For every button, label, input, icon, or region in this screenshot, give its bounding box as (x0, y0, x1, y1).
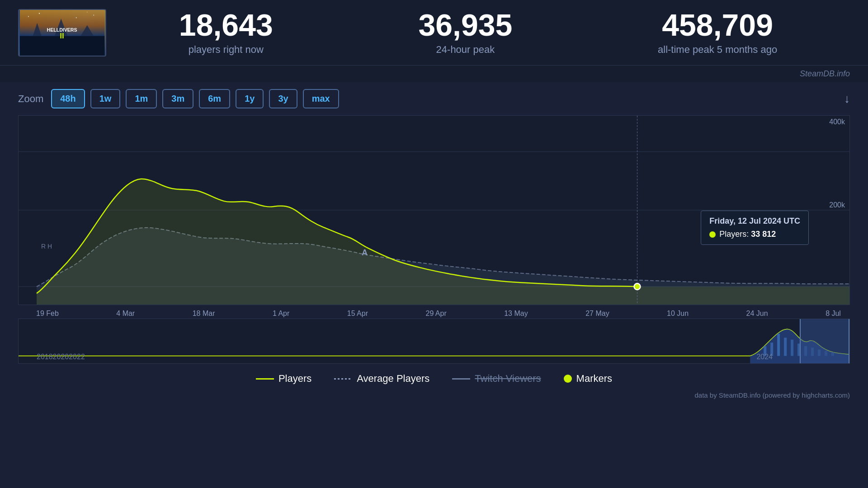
zoom-max[interactable]: max (303, 89, 339, 108)
all-time-peak-count: 458,709 (658, 9, 777, 40)
zoom-3y[interactable]: 3y (269, 89, 297, 108)
all-time-peak-label: all-time peak 5 months ago (658, 44, 777, 56)
y-label-400k: 400k (829, 118, 845, 126)
legend-markers: Markers (564, 373, 612, 385)
legend-players-label: Players (278, 373, 311, 385)
tooltip-date: Friday, 12 Jul 2024 UTC (709, 216, 800, 226)
peak-24h-block: 36,935 24-hour peak (418, 9, 512, 56)
legend-avg-players-label: Average Players (357, 373, 429, 385)
zoom-3m[interactable]: 3m (162, 89, 193, 108)
data-credit: data by SteamDB.info (powered by highcha… (0, 389, 868, 401)
svg-point-12 (76, 17, 77, 18)
tooltip-value: Players: 33 812 (709, 230, 800, 239)
legend-avg-players-icon (334, 378, 352, 380)
peak-24h-label: 24-hour peak (418, 44, 512, 56)
mini-x-label-2024: 2024 (756, 353, 773, 361)
svg-point-17 (634, 283, 641, 290)
svg-text:R H: R H (41, 243, 52, 250)
svg-point-9 (39, 13, 40, 14)
zoom-1m[interactable]: 1m (126, 89, 157, 108)
steamdb-attribution: SteamDB.info (0, 66, 868, 82)
tooltip-label: Players: 33 812 (719, 230, 776, 239)
x-axis: 19 Feb 4 Mar 18 Mar 1 Apr 15 Apr 29 Apr … (18, 305, 850, 318)
mini-x-label-2018: 2018 (37, 353, 53, 361)
header: HELLDIVERS II 18,643 players right now 3… (0, 0, 868, 66)
current-players-count: 18,643 (179, 9, 273, 40)
download-button[interactable]: ↓ (844, 92, 850, 106)
zoom-1y[interactable]: 1y (236, 89, 264, 108)
legend-twitch-icon (452, 378, 470, 380)
mini-chart[interactable]: 2018 2020 2022 2024 (18, 319, 850, 364)
legend-twitch: Twitch Viewers (452, 373, 541, 385)
legend-players: Players (256, 373, 311, 385)
chart-tooltip: Friday, 12 Jul 2024 UTC Players: 33 812 (701, 211, 809, 245)
svg-point-11 (87, 12, 88, 13)
x-label: 27 May (585, 310, 609, 318)
chart-section: Zoom 48h 1w 1m 3m 6m 1y 3y max ↓ 400k 20… (0, 82, 868, 364)
legend-markers-label: Markers (576, 373, 612, 385)
x-label: 19 Feb (36, 310, 59, 318)
zoom-1w[interactable]: 1w (90, 89, 121, 108)
svg-point-10 (93, 14, 94, 15)
main-chart: 400k 200k R H A (18, 115, 850, 305)
peak-24h-count: 36,935 (418, 9, 512, 40)
legend-markers-icon (564, 375, 572, 383)
chart-legend: Players Average Players Twitch Viewers M… (0, 364, 868, 389)
x-label: 15 Apr (347, 310, 368, 318)
current-players-block: 18,643 players right now (179, 9, 273, 56)
zoom-6m[interactable]: 6m (199, 89, 230, 108)
all-time-peak-block: 458,709 all-time peak 5 months ago (658, 9, 777, 56)
mini-x-label-2022: 2022 (69, 353, 85, 361)
svg-text:A: A (362, 248, 368, 257)
x-label: 24 Jun (746, 310, 768, 318)
x-label: 8 Jul (826, 310, 841, 318)
mini-x-label-2020: 2020 (53, 353, 69, 361)
x-label: 29 Apr (425, 310, 446, 318)
x-label: 18 Mar (193, 310, 215, 318)
stats-container: 18,643 players right now 36,935 24-hour … (106, 9, 850, 56)
x-label: 4 Mar (116, 310, 135, 318)
y-label-200k: 200k (829, 201, 845, 209)
zoom-controls: Zoom 48h 1w 1m 3m 6m 1y 3y max ↓ (18, 89, 850, 108)
current-players-label: players right now (179, 44, 273, 56)
legend-avg-players: Average Players (334, 373, 429, 385)
x-label: 1 Apr (273, 310, 289, 318)
zoom-label: Zoom (18, 93, 43, 105)
x-label: 13 May (504, 310, 528, 318)
legend-twitch-label: Twitch Viewers (475, 373, 541, 385)
zoom-48h[interactable]: 48h (51, 89, 85, 108)
x-label: 10 Jun (667, 310, 689, 318)
svg-text:II: II (60, 31, 64, 40)
tooltip-dot (709, 231, 716, 238)
svg-point-8 (28, 16, 29, 17)
legend-players-icon (256, 378, 274, 380)
mini-chart-x-labels: 2018 2020 2022 2024 (19, 353, 849, 361)
y-axis-labels: 400k 200k (829, 116, 845, 286)
game-thumbnail[interactable]: HELLDIVERS II (18, 9, 106, 56)
